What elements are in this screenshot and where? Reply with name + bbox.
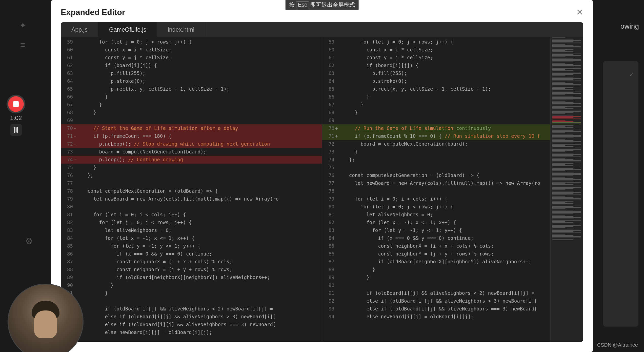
minimap[interactable] xyxy=(550,37,583,342)
code-line: 74 }; xyxy=(322,156,583,164)
hint-prefix: 按 xyxy=(289,1,295,9)
code-line: 77 xyxy=(61,179,322,187)
code-line: 89 if (oldBoard[neighborX][neighborY]) a… xyxy=(61,273,322,281)
expand-icon[interactable]: ⤢ xyxy=(629,71,634,77)
code-line: 69 xyxy=(61,116,322,124)
code-line: 59 for (let j = 0; j < rows; j++) { xyxy=(61,38,322,46)
code-line: 71+ if (p.frameCount % 10 === 0) { // Ru… xyxy=(322,132,583,140)
esc-key: Esc xyxy=(296,1,309,8)
code-line: 95 else if (!oldBoard[i][j] && aliveNeig… xyxy=(61,321,322,328)
code-line: 82 for (let x = -1; x <= 1; x++) { xyxy=(322,219,583,226)
code-line: 83 for (let y = -1; y <= 1; y++) { xyxy=(322,226,583,234)
code-line: 88 const neighborY = (j + y + rows) % ro… xyxy=(61,266,322,273)
code-line: 72- p.noLoop(); // Stop drawing while co… xyxy=(61,140,322,148)
expanded-editor-modal: Expanded Editor ✕ App.jsGameOfLife.jsind… xyxy=(51,0,593,352)
peek-card xyxy=(603,61,638,327)
right-diff-pane[interactable]: 59 for (let j = 0; j < rows; j++) {60 co… xyxy=(322,37,583,342)
code-line: 72 board = computeNextGeneration(board); xyxy=(322,140,583,148)
code-line: 68 } xyxy=(61,109,322,116)
code-line: 80 for (let j = 0; j < rows; j++) { xyxy=(322,203,583,211)
code-line: 65 p.rect(x, y, cellSize - 1, cellSize -… xyxy=(61,85,322,93)
code-line: 84 for (let x = -1; x <= 1; x++) { xyxy=(61,234,322,242)
code-line: 75 } xyxy=(61,164,322,171)
code-line: 76 const computeNextGeneration = (oldBoa… xyxy=(322,171,583,179)
code-line: 87 if (oldBoard[neighborX][neighborY]) a… xyxy=(322,258,583,266)
code-line: 76 }; xyxy=(61,171,322,179)
code-line: 86 const neighborY = (j + y + rows) % ro… xyxy=(322,250,583,258)
code-line: 74- p.loop(); // Continue drawing xyxy=(61,156,322,164)
code-line: 92 xyxy=(61,297,322,305)
code-line: 78 xyxy=(322,187,583,195)
peek-text: owing xyxy=(620,22,639,30)
sparkle-icon[interactable]: ✦ xyxy=(17,20,29,32)
tab-GameOfLife-js[interactable]: GameOfLife.js xyxy=(98,22,157,37)
code-line: 62 if (board[i][j]) { xyxy=(322,62,583,69)
code-line: 94 else newBoard[i][j] = oldBoard[i][j]; xyxy=(322,313,583,321)
code-line: 59 for (let j = 0; j < rows; j++) { xyxy=(322,38,583,46)
right-code: 59 for (let j = 0; j < rows; j++) {60 co… xyxy=(322,37,583,321)
code-line: 90 } xyxy=(61,281,322,289)
code-line: 69 xyxy=(322,116,583,124)
tab-index-html[interactable]: index.html xyxy=(157,22,205,37)
code-line: 61 const y = j * cellSize; xyxy=(322,54,583,62)
code-line: 71- if (p.frameCount === 180) { xyxy=(61,132,322,140)
code-line: 65 p.rect(x, y, cellSize - 1, cellSize -… xyxy=(322,85,583,93)
code-line: 78 const computeNextGeneration = (oldBoa… xyxy=(61,187,322,195)
code-line: 70- // Start the Game of Life simulation… xyxy=(61,124,322,132)
fullscreen-exit-hint: 按 Esc 即可退出全屏模式 xyxy=(286,0,359,10)
editor-container: App.jsGameOfLife.jsindex.html 59 for (le… xyxy=(61,22,583,342)
code-line: 62 if (board[i][j]) { xyxy=(61,62,322,69)
record-timer: 1:02 xyxy=(10,114,22,122)
diff-panes: 59 for (let j = 0; j < rows; j++) {60 co… xyxy=(61,37,583,342)
code-line: 60 const x = i * cellSize; xyxy=(61,46,322,54)
code-line: 92 else if (oldBoard[i][j] && aliveNeigh… xyxy=(322,297,583,305)
code-line: 81 let aliveNeighbors = 0; xyxy=(322,211,583,219)
code-line: 67 } xyxy=(61,101,322,109)
code-line: 77 let newBoard = new Array(cols).fill(n… xyxy=(322,179,583,187)
right-sidebar-peek: owing ⤢ xyxy=(596,0,644,352)
code-line: 87 const neighborX = (i + x + cols) % co… xyxy=(61,258,322,266)
left-code: 59 for (let j = 0; j < rows; j++) {60 co… xyxy=(61,37,322,336)
code-line: 66 } xyxy=(322,93,583,101)
code-line: 90 xyxy=(322,281,583,289)
code-line: 73 board = computeNextGeneration(board); xyxy=(61,148,322,156)
code-line: 93 else if (!oldBoard[i][j] && aliveNeig… xyxy=(322,305,583,313)
code-line: 85 const neighborX = (i + x + cols) % co… xyxy=(322,242,583,250)
code-line: 85 for (let y = -1; y <= 1; y++) { xyxy=(61,242,322,250)
code-line: 66 } xyxy=(61,93,322,101)
code-line: 93 if (oldBoard[i][j] && aliveNeighbors … xyxy=(61,305,322,313)
left-diff-pane[interactable]: 59 for (let j = 0; j < rows; j++) {60 co… xyxy=(61,37,322,342)
code-line: 64 p.stroke(0); xyxy=(322,77,583,85)
code-line: 89 } xyxy=(322,273,583,281)
code-line: 91 if (oldBoard[i][j] && aliveNeighbors … xyxy=(322,289,583,297)
code-line: 84 if (x === 0 && y === 0) continue; xyxy=(322,234,583,242)
code-line: 81 for (let i = 0; i < cols; i++) { xyxy=(61,211,322,219)
menu-icon[interactable]: ≡ xyxy=(17,40,29,52)
hint-suffix: 即可退出全屏模式 xyxy=(310,1,355,9)
code-line: 68 } xyxy=(322,109,583,116)
code-line: 63 p.fill(255); xyxy=(322,69,583,77)
code-line: 61 const y = j * cellSize; xyxy=(61,54,322,62)
recorder-controls: 1:02 xyxy=(5,96,27,136)
watermark: CSDN @Aitrainee xyxy=(597,342,638,348)
close-icon[interactable]: ✕ xyxy=(576,7,583,17)
code-line: 82 for (let j = 0; j < rows; j++) { xyxy=(61,219,322,226)
code-line: 79 let newBoard = new Array(cols).fill(n… xyxy=(61,195,322,203)
code-line: 83 let aliveNeighbors = 0; xyxy=(61,226,322,234)
code-line: 63 p.fill(255); xyxy=(61,69,322,77)
code-line: 80 xyxy=(61,203,322,211)
code-line: 94 else if (oldBoard[i][j] && aliveNeigh… xyxy=(61,313,322,321)
code-line: 70+ // Run the Game of Life simulation c… xyxy=(322,124,583,132)
code-line: 67 } xyxy=(322,101,583,109)
code-line: 96 else newBoard[i][j] = oldBoard[i][j]; xyxy=(61,328,322,336)
tab-bar: App.jsGameOfLife.jsindex.html xyxy=(61,22,583,37)
modal-title: Expanded Editor xyxy=(61,8,125,17)
code-line: 64 p.stroke(0); xyxy=(61,77,322,85)
code-line: 91 } xyxy=(61,289,322,297)
pause-button[interactable] xyxy=(10,124,22,136)
gear-icon[interactable]: ⚙ xyxy=(23,236,35,248)
stop-record-button[interactable] xyxy=(8,96,24,112)
code-line: 79 for (let i = 0; i < cols; i++) { xyxy=(322,195,583,203)
tab-App-js[interactable]: App.js xyxy=(61,22,98,37)
code-line: 88 } xyxy=(322,266,583,273)
